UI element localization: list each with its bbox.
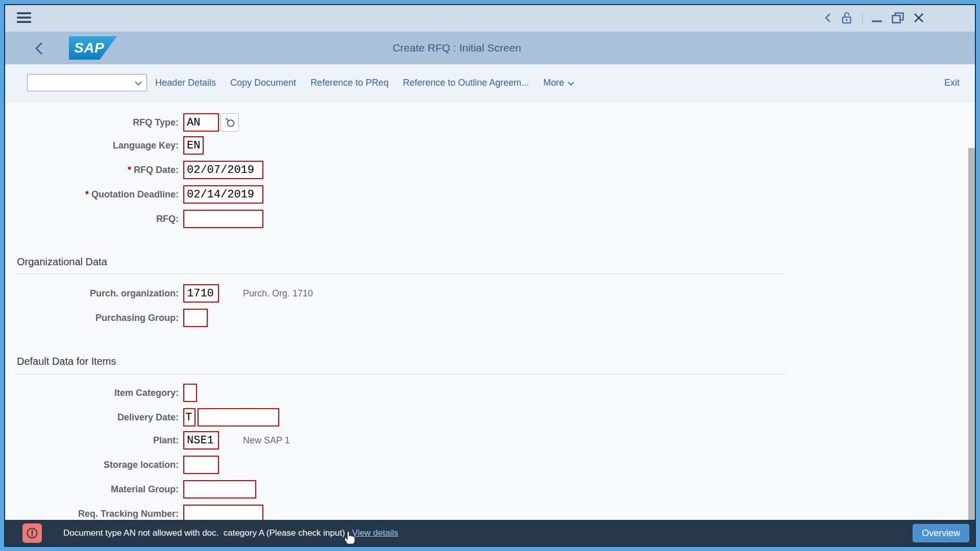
delivery-date-category-input[interactable] <box>183 408 195 427</box>
command-dropdown[interactable] <box>27 74 147 91</box>
delivery-date-label: Delivery Date: <box>5 412 179 423</box>
language-key-label: Language Key: <box>5 140 179 151</box>
back-button[interactable] <box>34 41 43 58</box>
section-title-default-data-for-items: Default Data for Items <box>17 356 116 367</box>
overview-button[interactable]: Overview <box>913 524 969 542</box>
rfq-type-input[interactable] <box>183 113 219 132</box>
section-divider <box>14 374 786 374</box>
quotation-deadline-label-text: Quotation Deadline: <box>91 189 179 199</box>
rfq-label: RFQ: <box>5 214 179 224</box>
rfq-date-input[interactable] <box>183 161 263 179</box>
chevron-left-icon <box>824 12 831 25</box>
view-details-link[interactable]: View details <box>352 528 398 538</box>
value-help-button[interactable] <box>220 113 239 132</box>
reference-to-outline-agreement-button[interactable]: Reference to Outline Agreem... <box>403 78 529 88</box>
purch-organization-input[interactable] <box>183 284 219 303</box>
exit-button[interactable]: Exit <box>944 78 960 88</box>
hamburger-menu-icon <box>17 12 31 24</box>
req-tracking-number-input[interactable] <box>183 505 263 520</box>
copy-document-button[interactable]: Copy Document <box>230 78 296 88</box>
header-details-button[interactable]: Header Details <box>155 78 216 88</box>
rfq-date-label-text: RFQ Date: <box>134 165 179 175</box>
minimize-icon <box>872 12 882 25</box>
app-header: SAP Create RFQ : Initial Screen <box>5 32 975 64</box>
nav-back-button[interactable] <box>824 12 831 25</box>
rfq-date-label: *RFQ Date: <box>5 165 179 176</box>
rfq-input[interactable] <box>183 210 263 228</box>
controls-divider <box>862 12 863 24</box>
close-button[interactable] <box>914 13 924 24</box>
storage-location-input[interactable] <box>183 456 219 474</box>
material-group-label: Material Group: <box>5 484 179 495</box>
purchasing-group-label: Purchasing Group: <box>5 313 179 323</box>
more-label: More <box>543 78 564 88</box>
window-frame: SAP Create RFQ : Initial Screen Header D… <box>0 0 980 551</box>
purch-organization-label: Purch. organization: <box>5 288 179 299</box>
form-row-quotation-deadline: *Quotation Deadline: <box>5 185 263 204</box>
plant-description: New SAP 1 <box>243 435 290 446</box>
hamburger-menu-button[interactable] <box>15 11 33 26</box>
form-row-rfq: RFQ: <box>5 210 263 228</box>
quotation-deadline-input[interactable] <box>183 185 263 204</box>
req-tracking-number-label: Req. Tracking Number: <box>5 509 179 519</box>
lock-button[interactable] <box>841 11 853 26</box>
minimize-button[interactable] <box>872 12 882 25</box>
form-row-material-group: Material Group: <box>5 480 256 498</box>
rfq-type-label: RFQ Type: <box>5 117 179 128</box>
form-row-language-key: Language Key: <box>5 136 204 155</box>
delivery-date-input[interactable] <box>198 408 279 427</box>
form-row-purchasing-group: Purchasing Group: <box>5 309 208 327</box>
form-row-purch-organization: Purch. organization: Purch. Org. 1710 <box>5 284 313 303</box>
status-message: Document type AN not allowed with doc. c… <box>63 528 345 538</box>
chevron-down-icon <box>568 78 574 88</box>
required-marker: * <box>128 165 131 175</box>
toolbar: Header Details Copy Document Reference t… <box>5 64 975 102</box>
close-icon <box>914 13 924 24</box>
error-icon <box>22 523 42 543</box>
reference-to-preq-button[interactable]: Reference to PReq <box>310 78 388 88</box>
sap-logo-text: SAP <box>74 40 104 56</box>
quotation-deadline-label: *Quotation Deadline: <box>5 189 179 200</box>
item-category-label: Item Category: <box>5 388 179 398</box>
restore-button[interactable] <box>891 12 904 26</box>
value-help-magnifier-icon <box>224 116 235 129</box>
section-divider <box>14 273 786 274</box>
form-row-req-tracking-number: Req. Tracking Number: <box>5 505 263 520</box>
purch-organization-description: Purch. Org. 1710 <box>243 288 313 299</box>
hand-cursor-icon <box>343 529 357 547</box>
form-row-storage-location: Storage location: <box>5 456 219 474</box>
material-group-input[interactable] <box>183 480 256 498</box>
required-marker: * <box>85 189 89 199</box>
purchasing-group-input[interactable] <box>183 309 208 327</box>
item-category-input[interactable] <box>183 384 197 402</box>
titlebar <box>5 5 975 32</box>
page-title: Create RFQ : Initial Screen <box>393 32 521 64</box>
storage-location-label: Storage location: <box>5 460 179 470</box>
back-chevron-icon <box>34 50 43 58</box>
unlock-icon <box>841 11 853 26</box>
form-row-item-category: Item Category: <box>5 384 197 402</box>
form-row-rfq-type: RFQ Type: <box>5 113 239 132</box>
form-row-delivery-date: Delivery Date: <box>5 408 279 427</box>
sap-window: SAP Create RFQ : Initial Screen Header D… <box>4 4 976 547</box>
form-content: RFQ Type: Language Key: *RFQ Date: *Quot… <box>5 102 975 520</box>
section-title-organizational-data: Organizational Data <box>17 256 107 268</box>
restore-icon <box>891 12 904 26</box>
plant-input[interactable] <box>183 431 219 449</box>
status-bar: Document type AN not allowed with doc. c… <box>5 520 975 546</box>
form-row-plant: Plant: New SAP 1 <box>5 431 290 449</box>
more-button[interactable]: More <box>543 78 574 88</box>
window-controls <box>824 11 924 26</box>
form-row-rfq-date: *RFQ Date: <box>5 161 263 179</box>
vertical-scrollbar-thumb[interactable] <box>968 148 975 520</box>
sap-logo: SAP <box>69 36 117 60</box>
plant-label: Plant: <box>5 435 179 446</box>
language-key-input[interactable] <box>183 136 204 155</box>
